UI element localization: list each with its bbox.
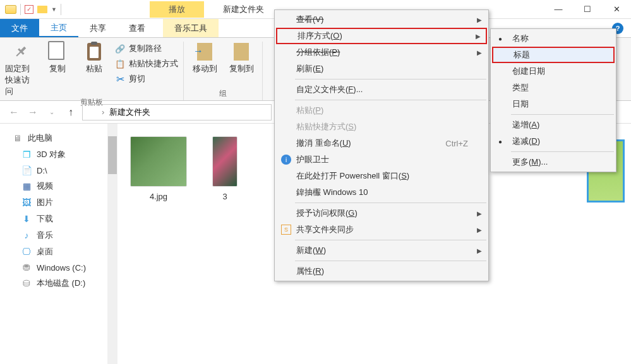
menu-properties[interactable]: 属性(R) bbox=[276, 263, 487, 279]
qat-properties-icon[interactable]: ✓ bbox=[25, 5, 33, 14]
menu-refresh[interactable]: 刷新(E) bbox=[276, 61, 487, 77]
sidebar-desktop[interactable]: 🖵 桌面 bbox=[0, 244, 107, 260]
sort-created[interactable]: 创建日期 bbox=[492, 63, 615, 79]
menu-open-powershell[interactable]: 在此处打开 Powershell 窗口(S) bbox=[276, 168, 487, 184]
menu-new[interactable]: 新建(W) ▶ bbox=[276, 242, 487, 259]
chevron-right-icon: ▶ bbox=[477, 226, 482, 233]
tab-home[interactable]: 主页 bbox=[39, 19, 78, 37]
file-item[interactable]: 4.jpg bbox=[130, 136, 187, 201]
menu-separator bbox=[511, 114, 614, 115]
menu-separator bbox=[511, 151, 614, 152]
paste-shortcut-label: 粘贴快捷方式 bbox=[129, 58, 178, 69]
quick-access-toolbar: ✓ ▼ bbox=[0, 4, 61, 15]
paste-shortcut-button[interactable]: 📋 粘贴快捷方式 bbox=[115, 57, 178, 71]
sidebar-label: 此电脑 bbox=[28, 132, 52, 144]
tab-view[interactable]: 查看 bbox=[117, 19, 157, 37]
picture-icon: 🖼 bbox=[21, 197, 32, 208]
copy-button[interactable]: 复制 bbox=[42, 42, 73, 97]
ribbon-group-clipboard: 固定到快速访问 复制 粘贴 🔗 复制路径 📋 粘贴快捷方式 bbox=[0, 42, 184, 100]
copy-to-button[interactable]: 复制到 bbox=[225, 42, 257, 88]
sort-descending[interactable]: ● 递减(D) bbox=[492, 133, 615, 150]
sort-type[interactable]: 类型 bbox=[492, 79, 615, 96]
move-to-label: 移动到 bbox=[193, 63, 217, 74]
menu-grant-access[interactable]: 授予访问权限(G) ▶ bbox=[276, 205, 487, 221]
scrollbar-thumb[interactable] bbox=[108, 136, 117, 174]
sort-more[interactable]: 更多(M)... bbox=[492, 154, 615, 170]
sidebar-scrollbar[interactable] bbox=[107, 124, 117, 364]
chevron-right-icon: ▶ bbox=[477, 16, 482, 23]
up-button[interactable]: ↑ bbox=[63, 105, 78, 120]
sort-name[interactable]: ● 名称 bbox=[492, 30, 615, 47]
copy-label: 复制 bbox=[49, 63, 66, 74]
download-icon: ⬇ bbox=[21, 214, 32, 224]
menu-separator bbox=[295, 79, 486, 79]
chevron-right-icon: ▶ bbox=[476, 33, 481, 40]
menu-label: 类型 bbox=[512, 82, 529, 93]
menu-customize-folder[interactable]: 自定义文件夹(F)... bbox=[276, 81, 487, 98]
chevron-right-icon: ▶ bbox=[477, 247, 482, 254]
pin-to-quick-access-button[interactable]: 固定到快速访问 bbox=[5, 42, 37, 97]
navigation-sidebar: 🖥 此电脑 ❒ 3D 对象 📄 D:\ ▦ 视频 🖼 图片 ⬇ 下载 ♪ 音乐 … bbox=[0, 124, 107, 364]
tab-music-tools[interactable]: 音乐工具 bbox=[163, 19, 219, 37]
menu-label: 名称 bbox=[512, 33, 529, 44]
sidebar-windows-c[interactable]: ⛃ Windows (C:) bbox=[0, 260, 107, 275]
move-to-button[interactable]: 移动到 bbox=[189, 42, 220, 88]
sidebar-this-pc[interactable]: 🖥 此电脑 bbox=[0, 130, 107, 146]
copy-icon bbox=[51, 44, 64, 60]
share-sync-icon: S bbox=[281, 225, 291, 235]
scissors-icon: ✂ bbox=[115, 74, 125, 84]
copy-path-button[interactable]: 🔗 复制路径 bbox=[115, 42, 178, 56]
sidebar-local-d[interactable]: ⛁ 本地磁盘 (D:) bbox=[0, 275, 107, 291]
cut-button[interactable]: ✂ 剪切 bbox=[115, 72, 178, 86]
menu-view[interactable]: 查看(V) ▶ bbox=[276, 11, 487, 28]
menu-label: 递减(D) bbox=[512, 136, 540, 147]
menu-label: 粘贴(P) bbox=[296, 105, 323, 116]
menu-eye-guard[interactable]: i 护眼卫士 bbox=[276, 151, 487, 168]
sidebar-pictures[interactable]: 🖼 图片 bbox=[0, 194, 107, 211]
sidebar-label: D:\ bbox=[37, 166, 47, 175]
tab-file[interactable]: 文件 bbox=[0, 19, 39, 37]
forward-button[interactable]: → bbox=[25, 105, 40, 120]
sidebar-label: 本地磁盘 (D:) bbox=[37, 278, 85, 289]
sort-date[interactable]: 日期 bbox=[492, 96, 615, 112]
address-field[interactable]: › 新建文件夹 bbox=[82, 104, 272, 120]
menu-paste: 粘贴(P) bbox=[276, 102, 487, 119]
cut-label: 剪切 bbox=[129, 73, 145, 85]
window-title: 新建文件夹 bbox=[223, 4, 264, 15]
file-item[interactable]: 3 bbox=[212, 136, 237, 201]
window-controls: — ☐ ✕ bbox=[544, 0, 631, 19]
menu-shortcut: Ctrl+Z bbox=[445, 139, 468, 148]
maximize-button[interactable]: ☐ bbox=[573, 0, 602, 19]
menu-sort-by[interactable]: 排序方式(O) ▶ bbox=[276, 28, 487, 44]
recent-dropdown[interactable]: ⌄ bbox=[44, 105, 59, 120]
sidebar-3d-objects[interactable]: ❒ 3D 对象 bbox=[0, 146, 107, 163]
tab-share[interactable]: 共享 bbox=[78, 19, 117, 37]
qat-customize-caret[interactable]: ▼ bbox=[51, 6, 57, 13]
paste-button[interactable]: 粘贴 bbox=[78, 42, 110, 97]
menu-share-sync[interactable]: S 共享文件夹同步 ▶ bbox=[276, 221, 487, 238]
sort-submenu: ● 名称 标题 创建日期 类型 日期 递增(A) ● 递减(D) 更多(M)..… bbox=[490, 28, 616, 172]
menu-label: 在此处打开 Powershell 窗口(S) bbox=[296, 170, 409, 182]
close-button[interactable]: ✕ bbox=[602, 0, 631, 19]
menu-label: 自定义文件夹(F)... bbox=[296, 84, 363, 95]
breadcrumb-folder[interactable]: 新建文件夹 bbox=[109, 107, 150, 118]
back-button[interactable]: ← bbox=[6, 105, 21, 120]
minimize-button[interactable]: — bbox=[544, 0, 573, 19]
menu-label: 刷新(E) bbox=[296, 63, 323, 74]
menu-label: 新建(W) bbox=[296, 245, 326, 256]
sidebar-d-drive[interactable]: 📄 D:\ bbox=[0, 163, 107, 178]
qat-newfolder-icon[interactable] bbox=[37, 6, 47, 13]
sidebar-label: 桌面 bbox=[37, 246, 53, 257]
sidebar-downloads[interactable]: ⬇ 下载 bbox=[0, 211, 107, 227]
file-thumbnail bbox=[130, 136, 187, 187]
sort-title[interactable]: 标题 bbox=[492, 47, 615, 63]
shortcut-icon: 📋 bbox=[115, 59, 125, 69]
sidebar-video[interactable]: ▦ 视频 bbox=[0, 178, 107, 194]
sort-ascending[interactable]: 递增(A) bbox=[492, 117, 615, 133]
menu-undo-rename[interactable]: 撤消 重命名(U) Ctrl+Z bbox=[276, 135, 487, 151]
copy-path-label: 复制路径 bbox=[129, 43, 162, 54]
menu-restore-win10[interactable]: 鍏抽棴 Windows 10 bbox=[276, 184, 487, 201]
sidebar-music[interactable]: ♪ 音乐 bbox=[0, 227, 107, 244]
menu-group-by[interactable]: 分组依据(P) ▶ bbox=[276, 44, 487, 61]
qat-separator bbox=[61, 4, 61, 15]
